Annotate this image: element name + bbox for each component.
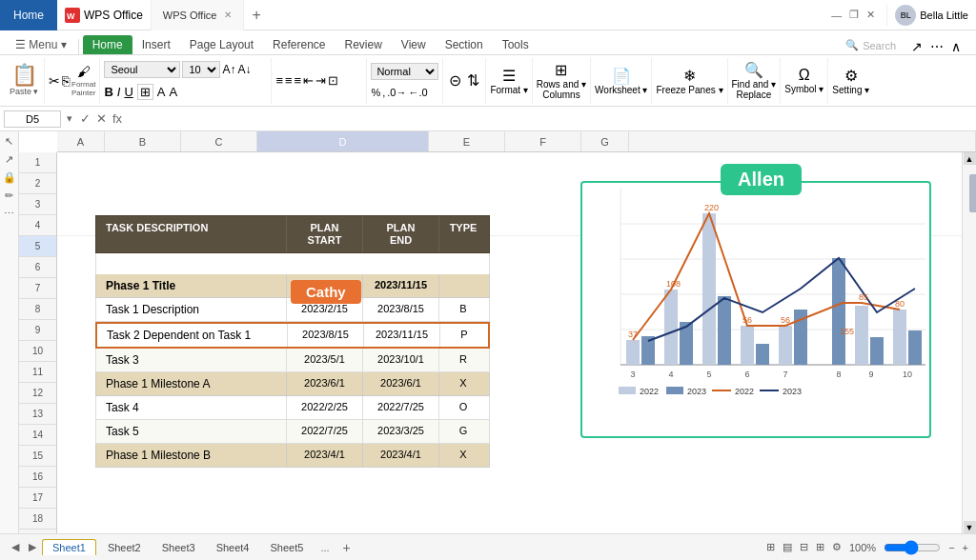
document-tab-label: WPS Office [163, 10, 217, 21]
decimal-inc-btn[interactable]: .0→ [387, 87, 406, 98]
underline-btn[interactable]: U [124, 85, 132, 99]
freeze-panes-btn[interactable]: ❄ Freeze Panes ▾ [656, 67, 722, 95]
symbol-btn[interactable]: Ω Symbol ▾ [784, 67, 824, 94]
search-bar[interactable]: 🔍 Search [838, 36, 904, 54]
checkmark-icon[interactable]: ✓ [78, 111, 92, 126]
indent-increase-icon[interactable]: ⇥ [315, 73, 326, 88]
row-num-11: 11 [19, 362, 56, 383]
view-grid-icon[interactable]: ⊞ [816, 541, 824, 553]
sort-btn[interactable]: ⇅ [467, 71, 479, 90]
percent-btn[interactable]: % [371, 87, 380, 98]
view-page-icon[interactable]: ⊟ [800, 541, 808, 553]
cursor-tool-icon[interactable]: ↖ [5, 135, 13, 148]
tab-close-icon[interactable]: ✕ [224, 10, 232, 20]
tab-home[interactable]: Home [83, 35, 132, 54]
svg-text:8: 8 [836, 370, 841, 379]
font-size-up-icon[interactable]: A↑ [222, 63, 235, 76]
cells-area[interactable]: TASK DESCRIPTION PLANSTART PLANEND TYPE … [57, 152, 962, 533]
format-btn[interactable]: ☰ Format ▾ [490, 67, 527, 95]
scroll-down-btn[interactable]: ▼ [964, 521, 976, 533]
align-left-icon[interactable]: ≡ [275, 73, 283, 88]
rows-cols-btn[interactable]: ⊞ Rows and ▾ Columns [537, 61, 586, 100]
comma-btn[interactable]: , [382, 87, 385, 98]
sheet-tab-3[interactable]: Sheet3 [152, 540, 205, 555]
scroll-thumb[interactable] [969, 174, 976, 212]
font-family-select[interactable]: Seoul [104, 61, 180, 78]
cell-reference-input[interactable] [4, 110, 61, 128]
tab-reference[interactable]: Reference [263, 35, 335, 54]
document-tab[interactable]: WPS Office ✕ [151, 0, 245, 30]
border-btn[interactable]: ⊞ [137, 84, 153, 100]
sheet-prev-btn[interactable]: ◀ [8, 541, 23, 553]
sheet-tab-5[interactable]: Sheet5 [261, 540, 314, 555]
more-vert-icon[interactable]: ⋯ [4, 208, 14, 220]
minimize-icon[interactable]: — [831, 10, 842, 21]
more-icon[interactable]: ⋯ [930, 39, 944, 54]
font-color-btn[interactable]: A [169, 85, 177, 99]
lock-icon[interactable]: 🔒 [3, 171, 16, 184]
svg-rect-10 [664, 290, 678, 365]
menu-item[interactable]: ☰ Menu ▾ [8, 35, 74, 54]
scroll-up-btn[interactable]: ▲ [964, 152, 976, 165]
copy-btn[interactable]: ⎘ [62, 73, 70, 89]
col-header-d[interactable]: D [257, 131, 429, 151]
col-header-g[interactable]: G [581, 131, 629, 151]
bottom-bar: ◀ ▶ Sheet1 Sheet2 Sheet3 Sheet4 Sheet5 .… [0, 533, 976, 560]
edit-icon[interactable]: ✏ [5, 190, 13, 202]
zoom-slider[interactable] [884, 544, 941, 551]
filter-btn[interactable]: ⊝ [449, 71, 461, 90]
restore-icon[interactable]: ❐ [849, 9, 859, 21]
tab-review[interactable]: Review [335, 35, 391, 54]
col-header-b[interactable]: B [105, 131, 181, 151]
merge-btn[interactable]: ⊡ [328, 73, 338, 88]
number-format-select[interactable]: Normal [371, 63, 438, 80]
view-normal-icon[interactable]: ▤ [783, 541, 792, 553]
align-center-icon[interactable]: ≡ [285, 73, 293, 88]
col-header-f[interactable]: F [505, 131, 581, 151]
zoom-out-icon[interactable]: − [948, 542, 954, 553]
fill-color-btn[interactable]: A [157, 85, 166, 99]
paste-icon[interactable]: 📋 [11, 65, 37, 86]
indent-decrease-icon[interactable]: ⇤ [303, 73, 314, 88]
collapse-ribbon-icon[interactable]: ∧ [951, 39, 961, 54]
zoom-in-icon[interactable]: + [963, 542, 968, 553]
format-painter-btn[interactable]: 🖌 FormatPainter [71, 64, 95, 97]
sheet-tab-2[interactable]: Sheet2 [98, 540, 151, 555]
cut-btn[interactable]: ✂ [49, 73, 60, 89]
italic-btn[interactable]: I [117, 85, 121, 99]
settings-btn[interactable]: ⚙ Setting ▾ [832, 67, 869, 95]
vertical-scrollbar[interactable]: ▲ ▼ [962, 152, 976, 533]
tab-insert[interactable]: Insert [132, 35, 180, 54]
settings-icon[interactable]: ⚙ [832, 541, 842, 553]
tab-section[interactable]: Section [436, 35, 493, 54]
tab-view[interactable]: View [392, 35, 436, 54]
col-header-a[interactable]: A [57, 131, 105, 151]
fx-icon[interactable]: fx [111, 111, 124, 126]
cross-icon[interactable]: ✕ [94, 111, 109, 126]
row-num-6: 6 [19, 257, 56, 278]
align-right-icon[interactable]: ≡ [295, 73, 302, 88]
new-tab-button[interactable]: + [244, 7, 268, 24]
formula-input[interactable] [126, 110, 972, 128]
table-header-row: TASK DESCRIPTION PLANSTART PLANEND TYPE [95, 215, 490, 253]
decimal-dec-btn[interactable]: ←.0 [408, 87, 427, 98]
tab-page-layout[interactable]: Page Layout [180, 35, 263, 54]
font-size-down-icon[interactable]: A↓ [237, 63, 251, 76]
worksheet-btn[interactable]: 📄 Worksheet ▾ [595, 67, 647, 95]
find-replace-btn[interactable]: 🔍 Find and ▾ Replace [732, 61, 777, 100]
sheet-tab-active[interactable]: Sheet1 [42, 539, 96, 555]
sheet-tab-4[interactable]: Sheet4 [207, 540, 259, 555]
more-sheets-btn[interactable]: ... [315, 540, 335, 555]
close-icon[interactable]: ✕ [866, 9, 875, 21]
arrow-tool-icon[interactable]: ↗ [5, 153, 13, 166]
tab-tools[interactable]: Tools [493, 35, 539, 54]
app-name: WPS Office [84, 9, 143, 22]
share-icon[interactable]: ↗ [911, 39, 923, 54]
home-tab-button[interactable]: Home [0, 0, 57, 30]
col-header-c[interactable]: C [181, 131, 257, 151]
bold-btn[interactable]: B [104, 85, 112, 99]
col-header-e[interactable]: E [429, 131, 505, 151]
sheet-next-btn[interactable]: ▶ [25, 541, 40, 553]
add-sheet-btn[interactable]: + [337, 538, 356, 557]
font-size-select[interactable]: 10 [182, 61, 220, 78]
